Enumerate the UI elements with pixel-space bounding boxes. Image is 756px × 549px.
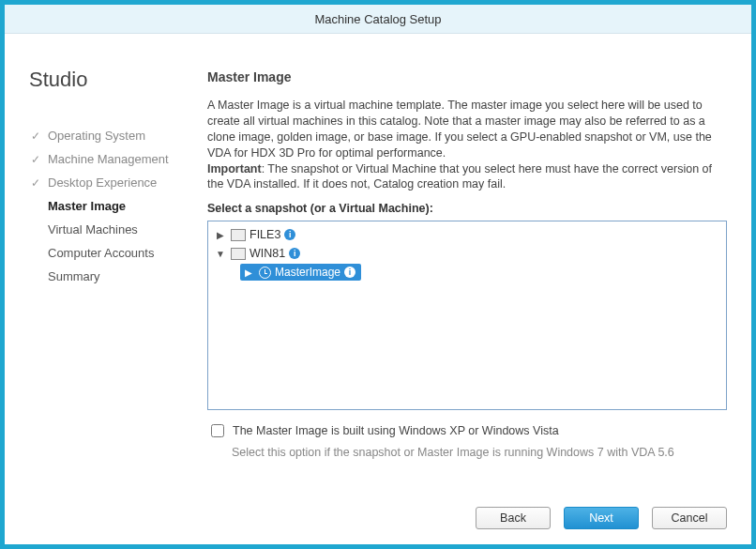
next-button[interactable]: Next xyxy=(564,507,639,529)
titlebar: Machine Catalog Setup xyxy=(5,5,751,34)
checkmark-icon: ✓ xyxy=(29,153,42,166)
page-title: Master Image xyxy=(207,69,727,84)
snapshot-tree[interactable]: ▶ FILE3 i ▼ WIN81 i ▶ MasterImage xyxy=(207,221,727,410)
step-label: Operating System xyxy=(48,129,145,143)
brand-title: Studio xyxy=(29,68,207,92)
step-virtual-machines[interactable]: ✓ Virtual Machines xyxy=(29,218,207,241)
checkmark-icon: ✓ xyxy=(29,176,42,190)
wizard-window: Machine Catalog Setup Studio ✓ Operating… xyxy=(0,0,756,549)
cancel-button[interactable]: Cancel xyxy=(652,507,727,529)
info-icon[interactable]: i xyxy=(289,248,300,259)
step-label: Master Image xyxy=(48,199,126,213)
step-label: Virtual Machines xyxy=(48,222,138,236)
wizard-steps: ✓ Operating System ✓ Machine Management … xyxy=(29,124,207,288)
step-label: Desktop Experience xyxy=(48,175,157,190)
checkmark-icon: ✓ xyxy=(29,130,42,143)
important-text: : The snapshot or Virtual Machine that y… xyxy=(207,162,712,191)
info-icon[interactable]: i xyxy=(284,229,295,240)
wizard-footer: Back Next Cancel xyxy=(207,492,727,529)
window-title: Machine Catalog Setup xyxy=(314,12,441,26)
sidebar: Studio ✓ Operating System ✓ Machine Mana… xyxy=(29,51,207,529)
tree-node-label: WIN81 xyxy=(249,247,285,260)
back-button[interactable]: Back xyxy=(476,507,551,529)
step-desktop-experience[interactable]: ✓ Desktop Experience xyxy=(29,171,207,194)
checkbox-hint: Select this option if the snapshot or Ma… xyxy=(232,446,727,459)
expand-icon[interactable]: ▶ xyxy=(242,267,255,278)
step-operating-system[interactable]: ✓ Operating System xyxy=(29,124,207,147)
main-panel: Master Image A Master Image is a virtual… xyxy=(207,51,727,529)
xp-vista-checkbox[interactable] xyxy=(211,424,224,437)
step-label: Summary xyxy=(48,269,100,283)
step-summary[interactable]: ✓ Summary xyxy=(29,265,207,288)
step-master-image[interactable]: Master Image xyxy=(29,194,207,218)
tree-node-label: FILE3 xyxy=(249,228,280,241)
checkbox-label: The Master Image is built using Windows … xyxy=(233,424,559,437)
selected-snapshot[interactable]: ▶ MasterImage i xyxy=(240,264,361,281)
expand-icon[interactable]: ▶ xyxy=(214,230,227,240)
tree-node-masterimage[interactable]: ▶ MasterImage i xyxy=(240,263,720,282)
description-part1: A Master Image is a virtual machine temp… xyxy=(207,99,712,160)
vm-icon xyxy=(231,248,246,260)
tree-node-file3[interactable]: ▶ FILE3 i xyxy=(214,225,720,244)
tree-node-label: MasterImage xyxy=(275,266,340,279)
step-machine-management[interactable]: ✓ Machine Management xyxy=(29,147,207,171)
tree-label: Select a snapshot (or a Virtual Machine)… xyxy=(207,202,727,215)
collapse-icon[interactable]: ▼ xyxy=(214,249,227,259)
step-computer-accounts[interactable]: ✓ Computer Accounts xyxy=(29,241,207,265)
vm-icon xyxy=(231,229,246,241)
xp-vista-checkbox-row[interactable]: The Master Image is built using Windows … xyxy=(207,421,727,440)
info-icon[interactable]: i xyxy=(344,267,355,278)
step-label: Computer Accounts xyxy=(48,246,154,260)
tree-node-win81[interactable]: ▼ WIN81 i xyxy=(214,244,720,263)
content-area: Studio ✓ Operating System ✓ Machine Mana… xyxy=(5,34,751,544)
snapshot-icon xyxy=(259,267,271,279)
step-label: Machine Management xyxy=(48,152,169,166)
description-text: A Master Image is a virtual machine temp… xyxy=(207,98,727,192)
important-label: Important xyxy=(207,162,262,175)
